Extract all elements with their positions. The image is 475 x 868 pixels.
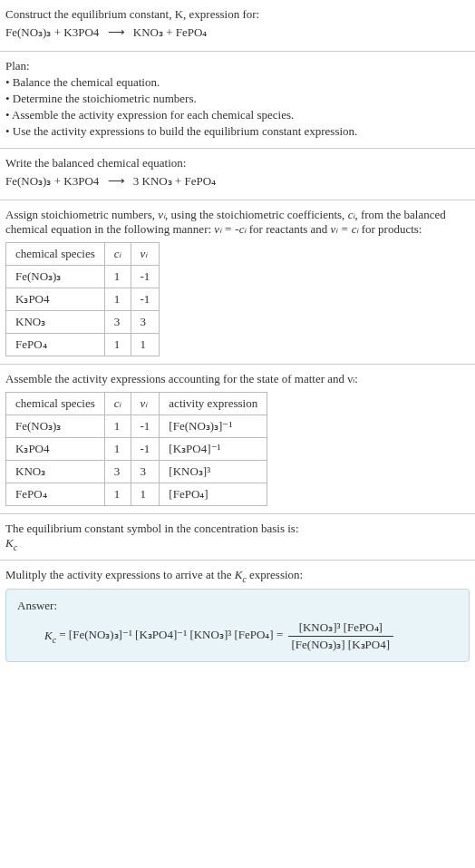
plus: +	[175, 174, 181, 188]
balanced-equation: Fe(NO₃)₃ + K3PO4 ⟶ 3 KNO₃ + FePO₄	[5, 174, 470, 189]
stoich-intro: Assign stoichiometric numbers, νᵢ, using…	[5, 208, 470, 237]
cell: 3	[131, 461, 160, 483]
plan-item: • Balance the chemical equation.	[5, 75, 470, 90]
plan-title: Plan:	[5, 59, 470, 73]
table-row: Fe(NO₃)₃ 1 -1 [Fe(NO₃)₃]⁻¹	[6, 415, 267, 438]
balanced-title: Write the balanced chemical equation:	[5, 156, 470, 171]
cell: 1	[131, 334, 160, 356]
plus: +	[54, 25, 61, 39]
activity-table: chemical species cᵢ νᵢ activity expressi…	[5, 392, 267, 506]
cell: K₃PO4	[6, 288, 105, 311]
kc: Kc	[44, 629, 56, 642]
cell: -1	[131, 266, 160, 288]
plus: +	[166, 25, 172, 39]
cell: 1	[104, 415, 131, 438]
balanced-section: Write the balanced chemical equation: Fe…	[0, 149, 475, 200]
col-header: chemical species	[6, 243, 105, 266]
cell: FePO₄	[6, 334, 105, 356]
plan-item: • Use the activity expressions to build …	[5, 124, 470, 139]
denominator: [Fe(NO₃)₃] [K₃PO4]	[288, 637, 394, 652]
cell: 1	[104, 483, 131, 506]
species: K3PO4	[63, 174, 99, 188]
cell: KNO₃	[6, 461, 105, 483]
symbol-section: The equilibrium constant symbol in the c…	[0, 514, 475, 561]
cell: K₃PO4	[6, 438, 105, 461]
cell: [Fe(NO₃)₃]⁻¹	[160, 415, 267, 438]
cell: 1	[131, 483, 160, 506]
cell: -1	[131, 438, 160, 461]
table-row: FePO₄ 1 1 [FePO₄]	[6, 483, 267, 506]
kc-symbol: Kc	[5, 536, 470, 552]
term: [KNO₃]³	[189, 629, 231, 642]
coef: 3	[133, 174, 140, 188]
cell: 3	[131, 311, 160, 334]
species: FePO₄	[176, 25, 208, 39]
cell: [KNO₃]³	[160, 461, 267, 483]
plan-item: • Determine the stoichiometric numbers.	[5, 92, 470, 106]
arrow-icon: ⟶	[108, 174, 125, 189]
cell: -1	[131, 415, 160, 438]
equals: =	[276, 629, 286, 642]
species: Fe(NO₃)₃	[5, 174, 51, 188]
equals: =	[59, 629, 69, 642]
multiply-intro: Mulitply the activity expressions to arr…	[5, 568, 470, 584]
cell: 1	[104, 438, 131, 461]
term: [FePO₄]	[234, 629, 273, 642]
multiply-section: Mulitply the activity expressions to arr…	[0, 561, 475, 670]
numerator: [KNO₃]³ [FePO₄]	[288, 620, 394, 637]
term: [Fe(NO₃)₃]⁻¹	[69, 629, 132, 642]
species: KNO₃	[133, 25, 163, 39]
species: FePO₄	[185, 174, 217, 188]
cell: 1	[104, 334, 131, 356]
prompt-text: Construct the equilibrium constant, K, e…	[5, 7, 470, 22]
symbol-text: The equilibrium constant symbol in the c…	[5, 522, 470, 536]
cell: Fe(NO₃)₃	[6, 415, 105, 438]
prompt: Construct the equilibrium constant, K, e…	[5, 7, 259, 21]
stoich-section: Assign stoichiometric numbers, νᵢ, using…	[0, 200, 475, 365]
unbalanced-equation: Fe(NO₃)₃ + K3PO4 ⟶ KNO₃ + FePO₄	[5, 25, 470, 40]
cell: 3	[104, 461, 131, 483]
cell: Fe(NO₃)₃	[6, 266, 105, 288]
fraction: [KNO₃]³ [FePO₄] [Fe(NO₃)₃] [K₃PO4]	[288, 620, 394, 652]
cell: -1	[131, 288, 160, 311]
table-row: K₃PO4 1 -1 [K₃PO4]⁻¹	[6, 438, 267, 461]
species: K3PO4	[63, 25, 99, 39]
answer-label: Answer:	[17, 599, 458, 613]
table-header-row: chemical species cᵢ νᵢ activity expressi…	[6, 393, 267, 415]
col-header: chemical species	[6, 393, 105, 415]
cell: 1	[104, 266, 131, 288]
term: [K₃PO4]⁻¹	[135, 629, 187, 642]
table-row: Fe(NO₃)₃ 1 -1	[6, 266, 160, 288]
species: Fe(NO₃)₃	[5, 25, 51, 39]
table-row: KNO₃ 3 3	[6, 311, 160, 334]
cell: KNO₃	[6, 311, 105, 334]
arrow-icon: ⟶	[108, 25, 125, 40]
plan-item: • Assemble the activity expression for e…	[5, 108, 470, 122]
header-section: Construct the equilibrium constant, K, e…	[0, 0, 475, 52]
cell: [FePO₄]	[160, 483, 267, 506]
activity-section: Assemble the activity expressions accoun…	[0, 365, 475, 514]
stoich-table: chemical species cᵢ νᵢ Fe(NO₃)₃ 1 -1 K₃P…	[5, 242, 160, 356]
cell: [K₃PO4]⁻¹	[160, 438, 267, 461]
cell: 1	[104, 288, 131, 311]
table-row: FePO₄ 1 1	[6, 334, 160, 356]
kc-equation: Kc = [Fe(NO₃)₃]⁻¹ [K₃PO4]⁻¹ [KNO₃]³ [FeP…	[17, 620, 458, 652]
table-row: KNO₃ 3 3 [KNO₃]³	[6, 461, 267, 483]
plan-section: Plan: • Balance the chemical equation. •…	[0, 52, 475, 149]
cell: FePO₄	[6, 483, 105, 506]
answer-box: Answer: Kc = [Fe(NO₃)₃]⁻¹ [K₃PO4]⁻¹ [KNO…	[5, 589, 470, 662]
col-header: νᵢ	[131, 243, 160, 266]
col-header: cᵢ	[104, 243, 131, 266]
col-header: cᵢ	[104, 393, 131, 415]
species: KNO₃	[142, 174, 172, 188]
col-header: νᵢ	[131, 393, 160, 415]
table-row: K₃PO4 1 -1	[6, 288, 160, 311]
activity-intro: Assemble the activity expressions accoun…	[5, 372, 470, 386]
col-header: activity expression	[160, 393, 267, 415]
plus: +	[54, 174, 61, 188]
table-header-row: chemical species cᵢ νᵢ	[6, 243, 160, 266]
cell: 3	[104, 311, 131, 334]
